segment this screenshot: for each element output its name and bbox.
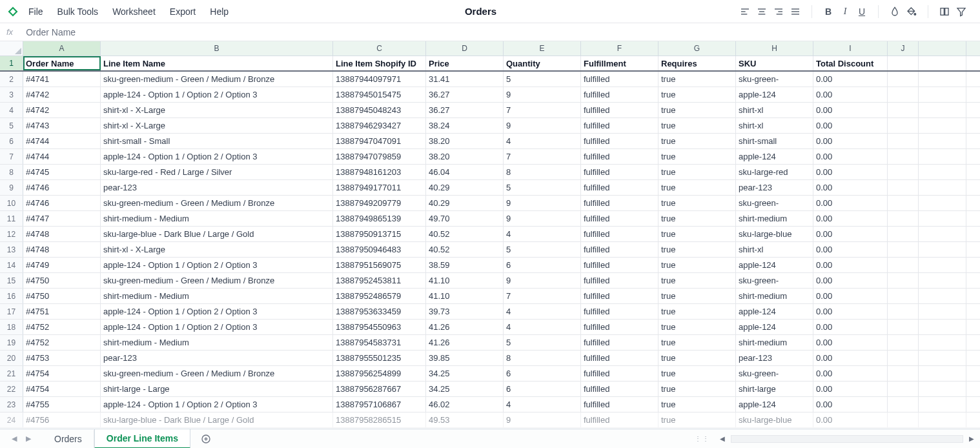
menu-export[interactable]: Export [170, 6, 196, 17]
cell[interactable]: Line Item Shopify ID [333, 56, 426, 70]
row-header[interactable]: 22 [0, 382, 23, 396]
cell[interactable]: apple-124 - Option 1 / Option 2 / Option… [101, 304, 333, 319]
cell[interactable] [888, 366, 919, 381]
cell[interactable]: 13887948161203 [333, 165, 426, 179]
cell[interactable]: fulfilled [581, 196, 658, 210]
cell[interactable]: 4 [504, 320, 581, 334]
cell[interactable] [919, 118, 966, 133]
cell[interactable]: apple-124 [736, 397, 813, 412]
fill-color-button[interactable] [904, 5, 919, 19]
cell[interactable]: #4751 [23, 304, 101, 319]
cell[interactable]: shirt-medium [736, 211, 813, 226]
cell[interactable]: sku-large-blue [736, 412, 813, 427]
horizontal-scrollbar[interactable] [731, 435, 963, 443]
cell[interactable] [919, 366, 966, 381]
cell[interactable]: #4747 [23, 211, 101, 226]
cell[interactable]: 0.00 [813, 335, 888, 350]
cell[interactable] [888, 227, 919, 241]
cell[interactable]: 40.52 [426, 227, 504, 241]
cell[interactable]: 7 [504, 149, 581, 164]
cell[interactable]: shirt-medium [736, 289, 813, 303]
row-header[interactable]: 18 [0, 320, 23, 334]
cell[interactable]: 13887945048243 [333, 103, 426, 117]
cell[interactable]: apple-124 - Option 1 / Option 2 / Option… [101, 149, 333, 164]
cell[interactable]: shirt-medium - Medium [101, 211, 333, 226]
cell[interactable]: true [658, 366, 736, 381]
cell[interactable]: true [658, 304, 736, 319]
cell[interactable]: 4 [504, 134, 581, 148]
cell[interactable]: #4754 [23, 366, 101, 381]
cell[interactable]: 0.00 [813, 103, 888, 117]
row-header[interactable]: 9 [0, 180, 23, 195]
cell[interactable]: fulfilled [581, 397, 658, 412]
cell[interactable] [919, 273, 966, 288]
cell[interactable]: shirt-xl - X-Large [101, 118, 333, 133]
italic-button[interactable]: I [838, 5, 852, 19]
cell[interactable]: sku-green-medium - Green / Medium / Bron… [101, 273, 333, 288]
cell[interactable] [888, 196, 919, 210]
cell[interactable]: 6 [504, 382, 581, 396]
cell[interactable]: fulfilled [581, 242, 658, 257]
row-header[interactable]: 5 [0, 118, 23, 133]
cell[interactable]: true [658, 351, 736, 365]
cell[interactable]: shirt-xl [736, 103, 813, 117]
column-header-A[interactable]: A [23, 41, 101, 56]
cell[interactable]: 0.00 [813, 211, 888, 226]
cell[interactable] [888, 412, 919, 427]
cell[interactable]: 13887953633459 [333, 304, 426, 319]
cell[interactable]: shirt-xl [736, 118, 813, 133]
cell[interactable] [888, 289, 919, 303]
cell[interactable]: #4753 [23, 351, 101, 365]
cell[interactable]: Price [426, 56, 504, 70]
cell[interactable]: 7 [504, 103, 581, 117]
cell[interactable]: true [658, 412, 736, 427]
cell[interactable]: true [658, 87, 736, 102]
cell[interactable] [919, 335, 966, 350]
cell[interactable] [919, 289, 966, 303]
column-header-F[interactable]: F [581, 41, 658, 56]
cell[interactable]: apple-124 [736, 258, 813, 272]
row-header[interactable]: 4 [0, 103, 23, 117]
cell[interactable]: 9 [504, 412, 581, 427]
cell[interactable]: 36.27 [426, 103, 504, 117]
cell[interactable]: apple-124 - Option 1 / Option 2 / Option… [101, 87, 333, 102]
cell[interactable]: 0.00 [813, 149, 888, 164]
cell[interactable]: #4752 [23, 320, 101, 334]
cell[interactable]: 13887949177011 [333, 180, 426, 195]
cell[interactable] [919, 397, 966, 412]
cell[interactable]: apple-124 [736, 87, 813, 102]
cell[interactable]: apple-124 - Option 1 / Option 2 / Option… [101, 397, 333, 412]
sheet-tab-order-line-items[interactable]: Order Line Items [94, 429, 190, 448]
cell[interactable]: SKU [736, 56, 813, 70]
cell[interactable] [888, 103, 919, 117]
cell[interactable]: 46.02 [426, 397, 504, 412]
cell[interactable]: 9 [504, 118, 581, 133]
cell[interactable]: sku-large-red [736, 165, 813, 179]
cell[interactable]: 0.00 [813, 180, 888, 195]
cell[interactable]: fulfilled [581, 227, 658, 241]
row-header[interactable]: 12 [0, 227, 23, 241]
cell[interactable]: 38.59 [426, 258, 504, 272]
cell[interactable]: fulfilled [581, 87, 658, 102]
row-header[interactable]: 10 [0, 196, 23, 210]
cell[interactable]: fulfilled [581, 134, 658, 148]
cell[interactable] [919, 320, 966, 334]
cell[interactable] [888, 180, 919, 195]
cell[interactable] [888, 242, 919, 257]
cell[interactable] [888, 382, 919, 396]
cell[interactable]: 38.20 [426, 134, 504, 148]
cell[interactable]: #4745 [23, 165, 101, 179]
cell[interactable]: 9 [504, 87, 581, 102]
cell[interactable]: true [658, 196, 736, 210]
hscroll-left-icon[interactable]: ◀ [718, 434, 727, 443]
cell[interactable]: 0.00 [813, 382, 888, 396]
cell[interactable] [888, 335, 919, 350]
cell[interactable]: 13887956287667 [333, 382, 426, 396]
cell[interactable]: sku-large-red - Red / Large / Silver [101, 165, 333, 179]
cell[interactable]: #4742 [23, 103, 101, 117]
cell[interactable]: #4746 [23, 196, 101, 210]
cell[interactable] [888, 134, 919, 148]
cell[interactable]: 9 [504, 196, 581, 210]
cell[interactable]: 0.00 [813, 289, 888, 303]
column-header-C[interactable]: C [333, 41, 426, 56]
